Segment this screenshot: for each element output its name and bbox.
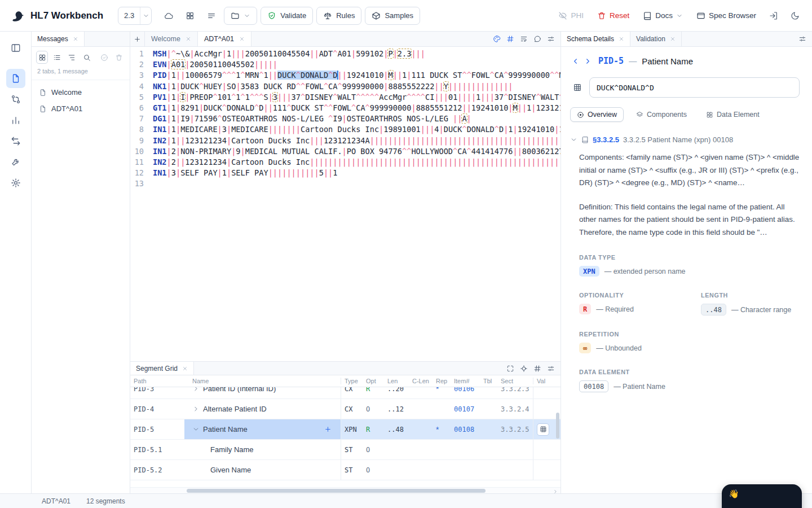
vertical-scrollbar[interactable] xyxy=(556,413,559,439)
validate-all-button[interactable] xyxy=(98,51,110,64)
syntax-theme-button[interactable] xyxy=(491,33,502,45)
scrollbar-thumb[interactable] xyxy=(187,489,486,493)
sidebar-toggle-button[interactable] xyxy=(6,38,25,58)
close-icon[interactable] xyxy=(619,36,624,42)
code-line[interactable]: GT1|1|8291|DUCK^DONALD^D||111^DUCK ST^^F… xyxy=(153,103,561,113)
rail-item-compare[interactable] xyxy=(6,90,25,109)
rail-item-messages[interactable] xyxy=(6,69,25,88)
docs-menu-button[interactable]: Docs xyxy=(638,7,688,25)
next-field-button[interactable] xyxy=(581,55,594,67)
column-header[interactable]: Item# xyxy=(451,378,480,384)
segment-grid-row[interactable]: PID-5.1Family NameSTO xyxy=(130,440,561,460)
comments-button[interactable] xyxy=(531,33,543,45)
tab-validation[interactable]: Validation xyxy=(630,32,682,46)
tab-overview[interactable]: Overview xyxy=(570,107,624,122)
editor-settings-button[interactable] xyxy=(545,33,557,45)
message-editor[interactable]: 12345678910111213 MSH|^~\&|AccMgr|1|||20… xyxy=(130,47,561,361)
word-wrap-toggle[interactable] xyxy=(518,33,529,45)
horizontal-scrollbar[interactable] xyxy=(130,487,561,493)
column-header[interactable]: Val xyxy=(533,378,561,384)
close-icon[interactable] xyxy=(73,36,78,42)
open-file-button[interactable] xyxy=(224,7,257,25)
follow-cursor-button[interactable] xyxy=(518,362,529,374)
code-line[interactable]: DG1|1|I9|71596^OSTEOARTHROS NOS-L/LEG ^I… xyxy=(153,113,561,124)
new-tab-button[interactable] xyxy=(130,32,145,46)
grid-numbers-toggle[interactable] xyxy=(531,362,543,374)
list-item-welcome[interactable]: Welcome xyxy=(34,84,127,100)
tab-segment-grid[interactable]: Segment Grid xyxy=(130,362,194,375)
field-value-input[interactable] xyxy=(589,77,800,98)
rail-item-settings[interactable] xyxy=(6,173,25,192)
prev-field-button[interactable] xyxy=(569,55,581,67)
tab-data-element[interactable]: Data Element xyxy=(699,107,766,122)
cloud-sync-button[interactable] xyxy=(160,7,178,25)
add-repetition-icon[interactable] xyxy=(324,426,332,433)
code-line[interactable]: EVN|A01|20050110045502||||| xyxy=(153,59,561,70)
code-line[interactable]: NK1|1|DUCK^HUEY|SO|3583 DUCK RD^^FOWL^CA… xyxy=(153,81,561,92)
dark-mode-toggle[interactable] xyxy=(786,7,804,25)
code-line[interactable]: IN1|3|SELF PAY|1|SELF PAY|||||||||||5||1 xyxy=(153,168,561,178)
column-header[interactable]: Sect xyxy=(497,378,533,384)
chevron-right-icon[interactable] xyxy=(192,405,200,413)
chevron-down-icon[interactable] xyxy=(192,426,200,433)
list-item-adt-a01[interactable]: ADT^A01 xyxy=(34,100,127,117)
column-header[interactable]: Tbl xyxy=(480,378,497,384)
layout-grid-button[interactable] xyxy=(181,7,199,25)
phi-toggle-button[interactable]: PHI xyxy=(553,7,589,25)
segment-grid-row[interactable]: PID-5.2Given NameSTO xyxy=(130,460,561,480)
code-line[interactable]: IN1|2|NON-PRIMARY|9|MEDICAL MUTUAL CALIF… xyxy=(153,146,561,157)
rail-item-transform[interactable] xyxy=(6,132,25,151)
segment-grid-row[interactable]: PID-3Patient ID (Internal ID)CXR..20*001… xyxy=(130,387,561,399)
spec-section-link[interactable]: §3.3.2.5 xyxy=(593,135,619,144)
tab-components[interactable]: Components xyxy=(629,107,694,122)
line-numbers-toggle[interactable] xyxy=(504,33,516,45)
code-line[interactable]: IN2|1||123121234|Cartoon Ducks Inc|||123… xyxy=(153,135,561,146)
close-icon[interactable] xyxy=(186,36,191,42)
grid-edit-button[interactable] xyxy=(537,423,549,436)
code-line[interactable]: IN1|1|MEDICARE|3|MEDICARE|||||||Cartoon … xyxy=(153,124,561,135)
editor-tab-welcome[interactable]: Welcome xyxy=(145,32,198,46)
view-grid-button[interactable] xyxy=(36,51,48,64)
rules-button[interactable]: Rules xyxy=(316,7,361,25)
column-header[interactable]: Len xyxy=(384,378,409,384)
column-header[interactable]: C-Len xyxy=(409,378,433,384)
view-list-button[interactable] xyxy=(51,51,63,64)
search-messages-button[interactable] xyxy=(81,51,92,64)
field-path[interactable]: PID-5 xyxy=(598,56,624,66)
segment-grid-row[interactable]: PID-5Patient NameXPNR..48*001083.3.2.5 xyxy=(130,419,561,440)
version-select[interactable]: 2.3 xyxy=(118,7,152,25)
column-header[interactable]: Name xyxy=(184,378,341,384)
code-line[interactable]: IN2|2||123121234|Cartoon Ducks Inc||||||… xyxy=(153,157,561,168)
expand-grid-button[interactable] xyxy=(504,362,516,374)
scroll-right-icon[interactable] xyxy=(553,488,558,496)
clear-messages-button[interactable] xyxy=(113,51,125,64)
editor-code[interactable]: MSH|^~\&|AccMgr|1|||20050110045504||ADT^… xyxy=(148,49,561,361)
column-header[interactable]: Type xyxy=(341,378,363,384)
column-header[interactable]: Path xyxy=(130,378,184,384)
tab-schema-details[interactable]: Schema Details xyxy=(561,32,630,46)
editor-tab-adt-a01[interactable]: ADT^A01 xyxy=(198,32,251,46)
view-tree-button[interactable] xyxy=(66,51,78,64)
tab-messages[interactable]: Messages xyxy=(32,32,85,46)
column-header[interactable]: Opt xyxy=(363,378,384,384)
segment-grid-row[interactable]: PID-4Alternate Patient IDCXO..12001073.3… xyxy=(130,399,561,419)
rail-item-tools[interactable] xyxy=(6,152,25,172)
code-line[interactable] xyxy=(153,178,561,189)
samples-button[interactable]: Samples xyxy=(365,7,420,25)
code-line[interactable]: MSH|^~\&|AccMgr|1|||20050110045504||ADT^… xyxy=(153,49,561,59)
format-lines-button[interactable] xyxy=(202,7,220,25)
data-type-badge[interactable]: XPN xyxy=(579,266,599,277)
validate-button[interactable]: Validate xyxy=(261,7,313,25)
close-icon[interactable] xyxy=(239,36,245,42)
column-header[interactable]: Rep xyxy=(433,378,451,384)
code-line[interactable]: PID|1||10006579^^^1^MRN^1||DUCK^DONALD^D… xyxy=(153,70,561,81)
panel-settings-button[interactable] xyxy=(796,33,808,45)
rail-item-stats[interactable] xyxy=(6,111,25,130)
close-icon[interactable] xyxy=(182,366,188,371)
chevron-down-icon[interactable] xyxy=(570,136,577,143)
chevron-right-icon[interactable] xyxy=(192,387,200,392)
code-line[interactable]: PV1|1|I|PREOP^101^1^1^^^S|3|||37^DISNEY^… xyxy=(153,92,561,103)
spec-browser-button[interactable]: Spec Browser xyxy=(691,7,761,25)
chevron-down-icon[interactable] xyxy=(140,7,151,24)
chat-widget[interactable]: 👋 xyxy=(722,484,802,508)
